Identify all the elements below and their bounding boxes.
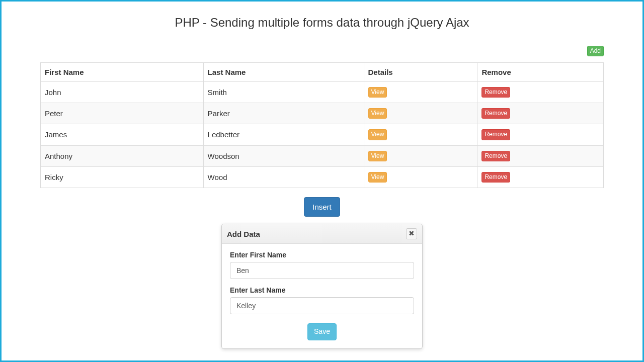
view-button[interactable]: View xyxy=(368,108,387,119)
view-button[interactable]: View xyxy=(368,129,387,140)
col-header-first-name: First Name xyxy=(41,63,204,82)
cell-last-name: Wood xyxy=(203,166,364,188)
dialog-title: Add Data xyxy=(227,230,260,238)
view-button[interactable]: View xyxy=(368,87,387,98)
last-name-input[interactable] xyxy=(230,297,414,314)
cell-first-name: Peter xyxy=(41,103,204,124)
last-name-label: Enter Last Name xyxy=(230,286,414,294)
cell-last-name: Smith xyxy=(203,82,364,103)
table-row: John Smith View Remove xyxy=(41,82,604,103)
cell-first-name: John xyxy=(41,82,204,103)
save-button[interactable]: Save xyxy=(307,323,337,340)
add-data-dialog: Add Data ✖ Enter First Name Enter Last N… xyxy=(221,224,423,349)
remove-button[interactable]: Remove xyxy=(481,172,510,183)
cell-first-name: Ricky xyxy=(41,166,204,188)
dialog-body: Enter First Name Enter Last Name Save xyxy=(222,244,422,348)
remove-button[interactable]: Remove xyxy=(481,151,510,161)
cell-last-name: Woodson xyxy=(203,145,364,166)
col-header-remove: Remove xyxy=(477,63,604,82)
view-button[interactable]: View xyxy=(368,151,387,161)
cell-first-name: James xyxy=(41,124,204,145)
cell-first-name: Anthony xyxy=(41,145,204,166)
page-title: PHP - Sending multiple forms data throug… xyxy=(40,16,604,30)
add-button[interactable]: Add xyxy=(587,46,604,56)
table-row: Ricky Wood View Remove xyxy=(41,166,604,188)
remove-button[interactable]: Remove xyxy=(481,108,510,119)
table-row: Anthony Woodson View Remove xyxy=(41,145,604,166)
data-table: First Name Last Name Details Remove John… xyxy=(40,62,604,188)
remove-button[interactable]: Remove xyxy=(481,129,510,140)
close-icon[interactable]: ✖ xyxy=(406,228,417,239)
first-name-label: Enter First Name xyxy=(230,251,414,259)
add-button-row: Add xyxy=(40,46,604,56)
table-row: James Ledbetter View Remove xyxy=(41,124,604,145)
col-header-details: Details xyxy=(364,63,477,82)
view-button[interactable]: View xyxy=(368,172,387,183)
cell-last-name: Ledbetter xyxy=(203,124,364,145)
col-header-last-name: Last Name xyxy=(203,63,364,82)
insert-button-row: Insert xyxy=(40,197,604,217)
remove-button[interactable]: Remove xyxy=(481,87,510,98)
app-frame: PHP - Sending multiple forms data throug… xyxy=(0,0,644,362)
cell-last-name: Parker xyxy=(203,103,364,124)
table-row: Peter Parker View Remove xyxy=(41,103,604,124)
first-name-input[interactable] xyxy=(230,262,414,279)
container: PHP - Sending multiple forms data throug… xyxy=(33,16,611,349)
insert-button[interactable]: Insert xyxy=(304,197,340,217)
dialog-header[interactable]: Add Data ✖ xyxy=(222,224,422,244)
